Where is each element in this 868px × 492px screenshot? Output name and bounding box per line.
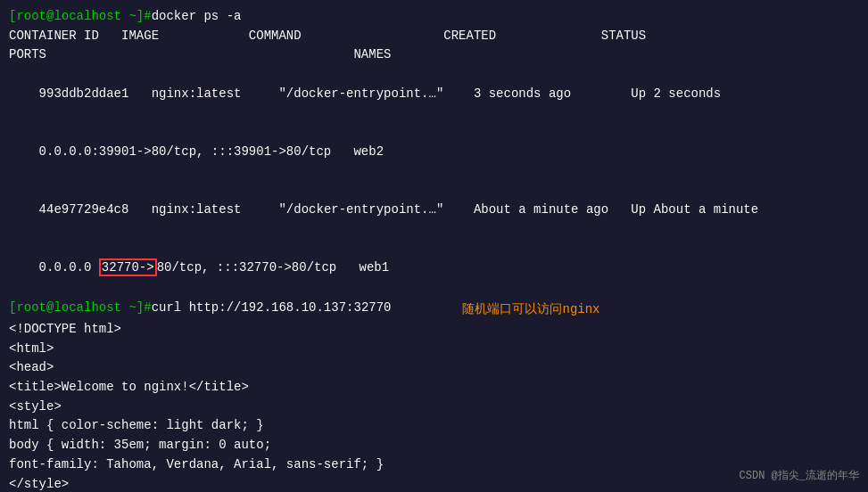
header-names: NAMES [353,45,391,65]
command-line-2: [root@localhost ~]#curl http://192.168.1… [9,299,391,318]
annotation-text: 随机端口可以访问nginx [462,300,599,320]
row2-ports-prefix: 0.0.0.0 [39,260,99,275]
output-block: <!DOCTYPE html> <html> <head> <title>Wel… [9,320,859,492]
output-line-5: <style> [9,398,859,417]
output-line-9: </style> [9,475,859,493]
row1-name: web2 [353,144,384,159]
table-row-2-top: 44e97729e4c8 nginx:latest "/docker-entry… [9,181,859,239]
table-header: CONTAINER ID IMAGE COMMAND CREATED STATU… [9,27,859,46]
header-status: STATUS [601,27,646,46]
row1-command: "/docker-entrypoint.…" [278,86,473,101]
table-header-2: PORTS NAMES [9,45,859,65]
prompt-2: [root@localhost ~] [9,300,144,315]
command-line-1: [root@localhost ~]#docker ps -a [9,7,859,27]
row2-ports-suffix: 80/tcp, :::32770->80/tcp [157,260,360,275]
row2-ports-highlight: 32770-> [99,258,157,276]
row2-image: nginx:latest [152,202,279,217]
header-image: IMAGE [121,27,249,46]
table-row-1-bottom: 0.0.0.0:39901->80/tcp, :::39901->80/tcp … [9,123,859,181]
row1-created: 3 seconds ago [474,86,631,101]
row2-created: About a minute ago [474,202,631,217]
header-created: CREATED [443,27,600,46]
output-line-2: <html> [9,340,859,359]
header-ports: PORTS [9,45,353,65]
prompt-1: [root@localhost ~] [9,7,144,27]
output-line-1: <!DOCTYPE html> [9,320,859,340]
row2-name: web1 [359,260,389,275]
prompt-symbol-1: # [144,7,151,27]
row1-ports: 0.0.0.0:39901->80/tcp, :::39901->80/tcp [39,144,354,159]
row1-id: 993ddb2ddae1 [39,86,152,101]
row2-status: Up About a minute [631,202,758,217]
header-container-id: CONTAINER ID [9,27,121,46]
header-command: COMMAND [249,27,443,46]
output-line-8: font-family: Tahoma, Verdana, Arial, san… [9,455,859,475]
row2-command: "/docker-entrypoint.…" [278,202,473,217]
output-line-3: <head> [9,358,859,378]
prompt-symbol-2: # [144,300,151,315]
output-line-4: <title>Welcome to nginx!</title> [9,378,859,398]
table-row-2-bottom: 0.0.0.0 32770->80/tcp, :::32770->80/tcp … [9,239,859,297]
command-2-row: [root@localhost ~]#curl http://192.168.1… [9,299,859,320]
output-line-7: body { width: 35em; margin: 0 auto; [9,436,859,455]
command-1-text: docker ps -a [152,7,242,27]
command-2-text: curl http://192.168.10.137:32770 [152,300,392,315]
table-row-1-top: 993ddb2ddae1 nginx:latest "/docker-entry… [9,65,859,123]
watermark: CSDN @指尖_流逝的年华 [740,468,859,485]
output-line-6: html { color-scheme: light dark; } [9,416,859,436]
terminal-window: [root@localhost ~]#docker ps -a CONTAINE… [9,7,859,492]
row1-status: Up 2 seconds [631,86,721,101]
row1-image: nginx:latest [152,86,279,101]
row2-id: 44e97729e4c8 [39,202,152,217]
